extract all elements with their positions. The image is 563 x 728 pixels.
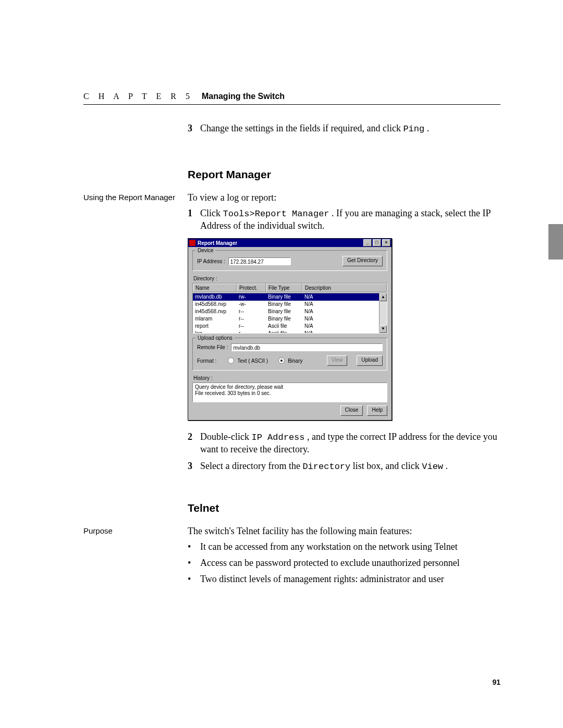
- bullet-item: • Two distinct levels of management righ…: [188, 573, 500, 585]
- radio-binary-label: Binary: [288, 357, 302, 364]
- rm-intro: To view a log or report:: [188, 192, 500, 204]
- bullet-item: • Access can be password protected to ex…: [188, 557, 500, 569]
- margin-note-purpose: Purpose: [83, 525, 188, 590]
- remote-file-label: Remote File :: [197, 344, 228, 351]
- page-number: 91: [492, 678, 500, 686]
- top-step-row: 3 Change the settings in the fields if r…: [83, 122, 500, 139]
- step-number: 3: [188, 460, 200, 473]
- get-directory-button[interactable]: Get Directory: [342, 256, 383, 266]
- bullet-icon: •: [188, 557, 200, 569]
- ip-label: IP Address :: [197, 258, 225, 265]
- telnet-intro: The switch's Telnet facility has the fol…: [188, 525, 500, 537]
- rm-step-2: 2 Double-click IP Address , and type the…: [188, 431, 500, 455]
- code-directory: Directory: [302, 462, 350, 472]
- report-manager-screenshot: Report Manager _ □ × Device IP Address :: [188, 238, 500, 421]
- remote-file-input[interactable]: mvlandb.db: [231, 343, 383, 351]
- code-ip-address: IP Address: [251, 433, 304, 442]
- col-filetype[interactable]: File Type: [266, 283, 302, 292]
- list-row[interactable]: in45d568.nvp r-- Binary file N/A: [193, 308, 387, 315]
- view-button[interactable]: View: [327, 355, 348, 366]
- step-text: Change the settings in the fields if req…: [200, 123, 403, 133]
- list-row[interactable]: report r-- Ascii file N/A: [193, 323, 387, 330]
- radio-text[interactable]: [228, 357, 234, 364]
- history-line: Query device for directory, please wait: [195, 384, 385, 390]
- ip-address-input[interactable]: 172.28.184.27: [228, 257, 291, 265]
- col-description[interactable]: Description: [302, 283, 387, 292]
- help-button[interactable]: Help: [367, 405, 387, 416]
- app-icon: [189, 240, 195, 246]
- directory-listbox[interactable]: Name Protect. File Type Description mvla…: [192, 283, 387, 334]
- code-tools-rm: Tools>Report Manager: [223, 209, 329, 219]
- bullet-text: It can be accessed from any workstation …: [200, 541, 458, 553]
- radio-text-label: Text ( ASCII ): [237, 357, 268, 364]
- radio-binary[interactable]: [278, 357, 285, 364]
- minimize-button[interactable]: _: [363, 239, 372, 246]
- heading-report-manager: Report Manager: [188, 167, 500, 181]
- device-legend: Device: [196, 247, 215, 254]
- bullet-text: Two distinct levels of management rights…: [200, 573, 444, 585]
- col-name[interactable]: Name: [193, 283, 237, 292]
- close-dialog-button[interactable]: Close: [340, 405, 363, 416]
- step-number: 1: [188, 207, 200, 232]
- code-ping: Ping: [403, 124, 424, 134]
- format-label: Format :: [197, 357, 216, 364]
- list-header: Name Protect. File Type Description: [192, 283, 387, 293]
- report-manager-dialog: Report Manager _ □ × Device IP Address :: [188, 238, 392, 421]
- step-text-after: .: [427, 123, 430, 133]
- dialog-title: Report Manager: [198, 240, 237, 246]
- rm-step-1: 1 Click Tools>Report Manager . If you ar…: [188, 207, 500, 232]
- page: C H A P T E R 5 Managing the Switch 3 Ch…: [0, 0, 563, 728]
- step-3-ping: 3 Change the settings in the fields if r…: [188, 122, 500, 135]
- bullet-item: • It can be accessed from any workstatio…: [188, 541, 500, 553]
- rm-step-3: 3 Select a directory from the Directory …: [188, 460, 500, 473]
- list-row[interactable]: mlaram r-- Binary file N/A: [193, 315, 387, 323]
- dialog-titlebar: Report Manager _ □ ×: [188, 239, 391, 247]
- step-number: 3: [188, 122, 200, 135]
- upload-button[interactable]: Upload: [357, 355, 383, 366]
- header-rule: [83, 104, 500, 105]
- scroll-down-icon[interactable]: ▼: [380, 325, 387, 333]
- maximize-button[interactable]: □: [373, 239, 381, 246]
- bullet-text: Access can be password protected to excl…: [200, 557, 460, 569]
- margin-note-using-rm: Using the Report Manager: [83, 192, 188, 476]
- device-group: Device IP Address : 172.28.184.27 Get Di…: [192, 250, 387, 271]
- history-line: File received. 303 bytes in 0 sec.: [195, 390, 385, 397]
- directory-label: Directory :: [193, 275, 387, 282]
- running-header: C H A P T E R 5 Managing the Switch: [83, 92, 500, 101]
- chapter-title: Managing the Switch: [202, 92, 285, 101]
- chapter-label: C H A P T E R 5: [83, 92, 193, 101]
- scroll-up-icon[interactable]: ▲: [380, 293, 387, 301]
- code-view: View: [422, 462, 443, 472]
- bullet-icon: •: [188, 573, 200, 585]
- step-number: 2: [188, 431, 200, 455]
- bullet-icon: •: [188, 541, 200, 553]
- col-protect[interactable]: Protect.: [237, 283, 266, 292]
- close-button[interactable]: ×: [382, 239, 390, 246]
- history-label: History :: [193, 375, 387, 381]
- content: 3 Change the settings in the fields if r…: [83, 122, 500, 593]
- list-row[interactable]: log r-- Ascii file N/A: [193, 330, 387, 334]
- upload-options-legend: Upload options: [196, 335, 234, 341]
- history-box: Query device for directory, please wait …: [192, 382, 387, 402]
- list-scrollbar[interactable]: ▲ ▼: [379, 293, 387, 333]
- thumb-tab: [548, 224, 563, 260]
- list-row[interactable]: mvlandb.db rw- Binary file N/A: [193, 293, 387, 301]
- upload-options-group: Upload options Remote File : mvlandb.db …: [192, 338, 387, 371]
- list-row[interactable]: in45d568.nvp -w- Binary file N/A: [193, 301, 387, 308]
- heading-telnet: Telnet: [188, 501, 500, 515]
